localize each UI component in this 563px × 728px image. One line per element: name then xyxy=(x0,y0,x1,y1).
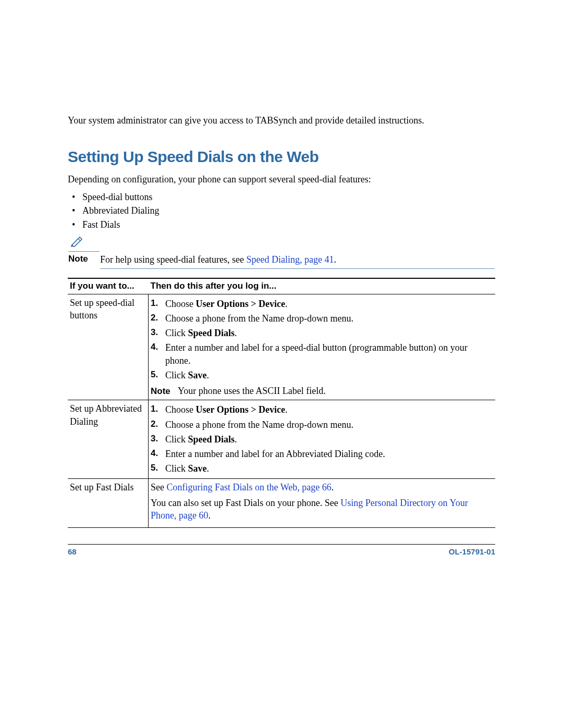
row3-p2: You can also set up Fast Dials on your p… xyxy=(151,497,490,522)
note-link[interactable]: Speed Dialing, page 41 xyxy=(246,254,334,265)
row3-link-config[interactable]: Configuring Fast Dials on the Web, page … xyxy=(167,482,332,492)
document-page: Your system administrator can give you a… xyxy=(0,0,563,528)
row2-label: Set up Abbreviated Dialing xyxy=(68,400,149,478)
row3-p1: See Configuring Fast Dials on the Web, p… xyxy=(151,481,490,493)
pencil-icon xyxy=(70,236,85,247)
step-post: . xyxy=(285,299,288,309)
row3-p1-post: . xyxy=(332,482,334,492)
feature-bullets: Speed-dial buttons Abbreviated Dialing F… xyxy=(68,191,495,231)
page-footer: 68 OL-15791-01 xyxy=(68,544,495,557)
step-bold: User Options > Device xyxy=(196,299,285,309)
note-block: Note For help using speed-dial features,… xyxy=(68,235,495,269)
row1-steps: Choose User Options > Device. Choose a p… xyxy=(151,297,490,383)
row1-note: NoteYour phone uses the ASCII Label fiel… xyxy=(151,385,490,398)
bullet-item: Speed-dial buttons xyxy=(82,191,495,203)
table-row: Set up Abbreviated Dialing Choose User O… xyxy=(68,400,495,478)
step-post: . xyxy=(235,434,237,445)
step: Choose User Options > Device. xyxy=(151,297,490,311)
step-text: Choose a phone from the Name drop-down m… xyxy=(165,419,353,430)
step-bold: Speed Dials xyxy=(188,328,235,338)
section-heading: Setting Up Speed Dials on the Web xyxy=(68,146,495,168)
step: Choose a phone from the Name drop-down m… xyxy=(151,417,490,432)
step-bold: Speed Dials xyxy=(188,434,235,445)
step: Enter a number and label for an Abbrevia… xyxy=(151,447,490,461)
row2-steps: Choose User Options > Device. Choose a p… xyxy=(151,402,490,476)
table-row: Set up speed-dial buttons Choose User Op… xyxy=(68,294,495,400)
step: Click Speed Dials. xyxy=(151,326,490,340)
step-text: Choose xyxy=(165,299,196,309)
step-post: . xyxy=(207,463,210,474)
step-text: Click xyxy=(165,434,188,445)
step-post: . xyxy=(235,328,237,338)
step-text: Enter a number and label for an Abbrevia… xyxy=(165,449,385,459)
step: Choose User Options > Device. xyxy=(151,402,490,417)
step-post: . xyxy=(207,370,210,380)
row1-note-text: Your phone uses the ASCII Label field. xyxy=(178,386,326,396)
step: Click Save. xyxy=(151,461,490,476)
row3-p1-pre: See xyxy=(151,482,167,492)
step-text: Choose xyxy=(165,404,196,415)
step-bold: Save xyxy=(188,463,207,474)
procedure-table: If you want to... Then do this after you… xyxy=(68,278,495,528)
step-bold: User Options > Device xyxy=(196,404,285,415)
step: Click Speed Dials. xyxy=(151,432,490,447)
row3-label: Set up Fast Dials xyxy=(68,478,149,527)
note-label: Note xyxy=(68,252,100,269)
step-text: Enter a number and label for a speed-dia… xyxy=(165,342,468,365)
table-header-col2: Then do this after you log in... xyxy=(149,278,496,294)
row3-p2-post: . xyxy=(208,510,211,521)
step: Click Save. xyxy=(151,368,490,382)
table-row: Set up Fast Dials See Configuring Fast D… xyxy=(68,478,495,527)
intro-paragraph: Your system administrator can give you a… xyxy=(68,114,495,127)
step-bold: Save xyxy=(188,370,207,380)
step-post: . xyxy=(285,404,288,415)
section-lead: Depending on configuration, your phone c… xyxy=(68,173,495,186)
bullet-item: Fast Dials xyxy=(82,218,495,231)
footer-doc-id: OL-15791-01 xyxy=(449,547,495,557)
step-text: Click xyxy=(165,328,188,338)
step: Enter a number and label for a speed-dia… xyxy=(151,340,490,368)
step-text: Click xyxy=(165,463,188,474)
step-text: Choose a phone from the Name drop-down m… xyxy=(165,313,353,324)
bullet-item: Abbreviated Dialing xyxy=(82,204,495,217)
row1-label: Set up speed-dial buttons xyxy=(68,294,149,400)
table-header-col1: If you want to... xyxy=(68,278,149,294)
row3-p2-pre: You can also set up Fast Dials on your p… xyxy=(151,498,340,508)
step-text: Click xyxy=(165,370,188,380)
footer-page-number: 68 xyxy=(68,547,77,557)
note-text-pre: For help using speed-dial features, see xyxy=(100,254,246,265)
step: Choose a phone from the Name drop-down m… xyxy=(151,311,490,326)
note-text-post: . xyxy=(334,254,336,265)
row1-note-label: Note xyxy=(151,386,178,398)
